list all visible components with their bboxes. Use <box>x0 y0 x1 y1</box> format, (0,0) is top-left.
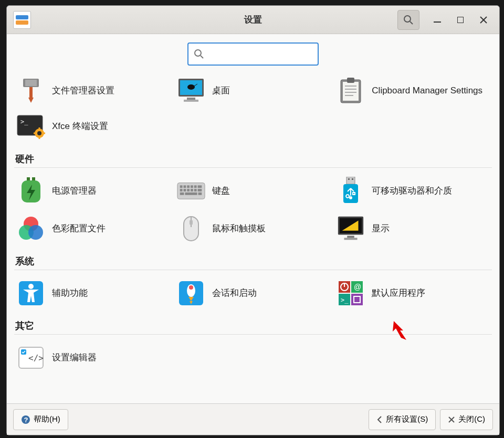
search-icon <box>194 49 204 59</box>
color-icon <box>16 214 46 243</box>
section-header-hardware: 硬件 <box>14 147 492 168</box>
svg-point-57 <box>349 196 352 199</box>
svg-point-6 <box>195 50 201 56</box>
all-settings-label: 所有设置(S) <box>386 414 428 424</box>
item-label: 辅助功能 <box>52 287 88 299</box>
svg-rect-38 <box>180 185 182 188</box>
power-icon <box>16 176 46 206</box>
svg-point-28 <box>37 131 41 135</box>
svg-rect-45 <box>183 189 186 191</box>
mouse-icon <box>176 214 206 243</box>
accessibility-icon <box>16 279 46 308</box>
item-xfce-terminal[interactable]: >_ Xfce 终端设置 <box>14 109 172 144</box>
svg-rect-55 <box>352 178 353 180</box>
svg-rect-53 <box>346 177 355 184</box>
help-button[interactable]: ? 帮助(H) <box>13 409 68 430</box>
item-clipboard-manager[interactable]: Clipboard Manager Settings <box>334 73 492 109</box>
settings-app-icon <box>13 11 31 29</box>
svg-rect-41 <box>191 185 193 188</box>
item-label: 默认应用程序 <box>372 287 425 299</box>
window-controls <box>432 15 489 25</box>
svg-rect-81 <box>351 294 363 305</box>
item-file-manager-settings[interactable]: 文件管理器设置 <box>14 73 172 109</box>
search-input[interactable] <box>208 50 312 59</box>
help-icon: ? <box>21 415 30 424</box>
session-icon <box>176 279 206 308</box>
desktop-icon <box>176 76 206 105</box>
svg-rect-54 <box>348 178 350 180</box>
item-keyboard[interactable]: 键盘 <box>174 173 332 209</box>
svg-rect-10 <box>29 87 33 98</box>
svg-point-14 <box>187 84 195 90</box>
section-hardware-items: 电源管理器 键盘 <box>14 173 492 247</box>
editor-icon: </> <box>16 343 46 372</box>
close-settings-button[interactable]: 关闭(C) <box>440 409 493 430</box>
search-icon <box>403 15 414 25</box>
svg-rect-9 <box>25 80 37 86</box>
item-label: 桌面 <box>212 85 230 97</box>
item-desktop[interactable]: 桌面 <box>174 73 332 109</box>
maximize-button[interactable] <box>455 15 466 25</box>
svg-rect-33 <box>27 177 30 180</box>
svg-rect-20 <box>347 78 354 83</box>
svg-point-0 <box>404 16 411 22</box>
item-accessibility[interactable]: 辅助功能 <box>14 275 172 311</box>
svg-rect-16 <box>187 98 195 100</box>
svg-text:@: @ <box>354 283 361 291</box>
svg-rect-48 <box>194 189 196 191</box>
svg-point-73 <box>189 285 193 290</box>
minimize-icon <box>434 16 441 24</box>
svg-rect-43 <box>197 185 202 188</box>
svg-rect-51 <box>185 193 197 195</box>
item-color-profiles[interactable]: 色彩配置文件 <box>14 211 172 247</box>
titlebar: 设置 <box>7 6 499 34</box>
top-partial-row: 文件管理器设置 桌面 <box>14 73 492 109</box>
usb-icon <box>336 176 365 206</box>
svg-rect-67 <box>348 236 355 238</box>
svg-rect-49 <box>197 189 202 191</box>
item-power-manager[interactable]: 电源管理器 <box>14 173 172 209</box>
svg-rect-39 <box>183 185 186 188</box>
item-settings-editor[interactable]: </> 设置编辑器 <box>14 340 172 376</box>
svg-text:?: ? <box>24 416 28 424</box>
section-header-system: 系统 <box>14 250 492 270</box>
item-label: 会话和启动 <box>212 287 257 299</box>
extra-row: >_ Xfce 终端设置 <box>14 109 492 144</box>
display-icon <box>336 214 365 243</box>
svg-text:>_: >_ <box>341 296 349 304</box>
svg-marker-11 <box>28 98 34 103</box>
item-default-applications[interactable]: @ >_ 默认应用程序 <box>334 275 492 311</box>
settings-content: 文件管理器设置 桌面 <box>7 73 499 403</box>
item-label: 键盘 <box>212 185 230 197</box>
svg-rect-40 <box>187 185 190 188</box>
svg-rect-47 <box>191 189 193 191</box>
item-display[interactable]: 显示 <box>334 211 492 247</box>
close-icon <box>448 416 455 423</box>
item-removable-drives[interactable]: 可移动驱动器和介质 <box>334 173 492 209</box>
settings-window: 设置 <box>6 5 500 435</box>
item-label: Xfce 终端设置 <box>52 121 108 132</box>
svg-rect-44 <box>180 189 182 191</box>
search-box[interactable] <box>187 42 319 66</box>
all-settings-button[interactable]: 所有设置(S) <box>369 409 436 430</box>
svg-line-7 <box>201 56 203 58</box>
search-button[interactable] <box>397 10 419 30</box>
item-label: Clipboard Manager Settings <box>372 85 482 97</box>
section-other-items: </> 设置编辑器 <box>14 340 492 376</box>
default-apps-icon: @ >_ <box>336 279 365 308</box>
minimize-button[interactable] <box>432 15 443 25</box>
close-button[interactable] <box>478 15 489 25</box>
maximize-icon <box>457 17 464 23</box>
svg-text:</>: </> <box>28 353 44 363</box>
clipboard-icon <box>336 76 365 105</box>
help-label: 帮助(H) <box>34 414 60 424</box>
chevron-left-icon <box>376 416 383 423</box>
svg-rect-3 <box>457 17 464 23</box>
terminal-icon: >_ <box>16 112 46 141</box>
svg-rect-17 <box>184 100 198 102</box>
item-mouse-touchpad[interactable]: 鼠标和触摸板 <box>174 211 332 247</box>
svg-rect-34 <box>32 177 35 180</box>
svg-rect-19 <box>343 82 359 101</box>
footer: ? 帮助(H) 所有设置(S) 关闭(C) <box>7 403 499 435</box>
item-session-startup[interactable]: 会话和启动 <box>174 275 332 311</box>
